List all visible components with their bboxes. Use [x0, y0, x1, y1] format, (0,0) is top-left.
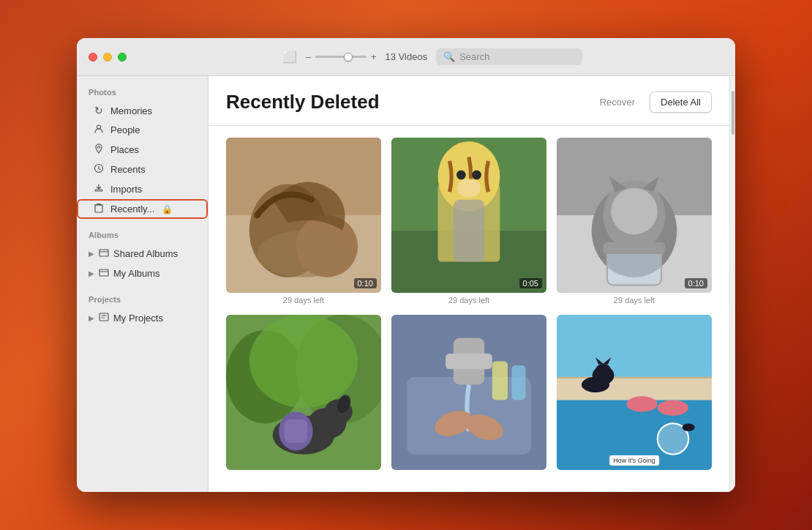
- video-count: 13 Videos: [386, 51, 428, 62]
- sidebar-item-recents[interactable]: Recents: [81, 160, 203, 179]
- list-item: [391, 315, 546, 473]
- people-label: People: [110, 124, 140, 135]
- duration-badge: 0:05: [519, 278, 542, 288]
- svg-rect-7: [99, 313, 108, 321]
- content-header: Recently Deleted Recover Delete All: [208, 76, 729, 125]
- recover-button[interactable]: Recover: [591, 92, 644, 112]
- svg-rect-39: [285, 419, 308, 443]
- list-item: [226, 315, 381, 473]
- recently-deleted-label: Recently...: [110, 204, 154, 214]
- titlebar-center: ⬜ – + 13 Videos 🔍: [141, 48, 723, 65]
- svg-point-0: [97, 125, 101, 129]
- thumbnail[interactable]: [391, 315, 546, 470]
- chevron-right-icon2: ▶: [89, 269, 94, 277]
- list-item: 0:05 29 days left: [391, 138, 546, 305]
- minimize-button[interactable]: [103, 53, 112, 61]
- svg-rect-51: [557, 377, 712, 378]
- people-icon: [93, 124, 105, 136]
- albums-section-label: Albums: [77, 231, 208, 244]
- projects-section: Projects ▶ My Projects: [77, 295, 208, 328]
- sidebar-item-imports[interactable]: Imports: [81, 179, 203, 199]
- imports-label: Imports: [110, 184, 142, 195]
- trash-icon: [93, 203, 105, 215]
- content-area: Recently Deleted Recover Delete All: [208, 76, 729, 492]
- app-window: ⬜ – + 13 Videos 🔍 Photos ↻ Memorie: [77, 38, 735, 492]
- shared-albums-label: Shared Albums: [113, 248, 178, 259]
- zoom-minus[interactable]: –: [306, 51, 311, 62]
- search-input[interactable]: [459, 51, 575, 62]
- thumbnail[interactable]: 0:10: [226, 138, 381, 293]
- places-label: Places: [110, 144, 139, 155]
- shared-albums-icon: [99, 247, 109, 260]
- close-button[interactable]: [89, 53, 97, 61]
- svg-rect-47: [511, 365, 525, 400]
- zoom-slider-thumb: [344, 53, 353, 61]
- sidebar: Photos ↻ Memories People: [77, 76, 208, 492]
- search-box[interactable]: 🔍: [436, 48, 582, 65]
- svg-point-19: [472, 171, 481, 180]
- sidebar-item-recently-deleted[interactable]: Recently... 🔒: [81, 199, 203, 219]
- svg-point-25: [611, 188, 658, 235]
- chevron-right-icon: ▶: [89, 250, 94, 258]
- svg-point-33: [249, 315, 358, 408]
- memories-icon: ↻: [93, 105, 105, 116]
- thumbnail[interactable]: How it's Going: [557, 315, 712, 470]
- svg-point-54: [595, 364, 611, 378]
- days-left-label: 29 days left: [557, 296, 712, 305]
- svg-point-12: [257, 231, 350, 277]
- slideshow-icon[interactable]: ⬜: [282, 50, 297, 64]
- caption-label: How it's Going: [609, 455, 659, 466]
- titlebar: ⬜ – + 13 Videos 🔍: [77, 38, 735, 76]
- svg-point-58: [683, 423, 695, 431]
- list-item: 0:10 29 days left: [226, 138, 381, 305]
- scrollbar-track: [730, 76, 735, 492]
- main-layout: Photos ↻ Memories People: [77, 76, 735, 492]
- search-icon: 🔍: [443, 51, 455, 62]
- photo-grid: 0:10 29 days left: [226, 138, 712, 473]
- recents-icon: [93, 163, 105, 176]
- thumbnail[interactable]: [226, 315, 381, 470]
- svg-rect-50: [557, 377, 712, 400]
- svg-point-55: [626, 396, 657, 411]
- scrollbar[interactable]: [729, 76, 735, 492]
- scrollbar-thumb[interactable]: [732, 91, 734, 135]
- traffic-lights: [89, 53, 127, 61]
- lock-icon: 🔒: [162, 204, 173, 214]
- my-projects-group[interactable]: ▶ My Projects: [81, 308, 203, 328]
- thumbnail[interactable]: 0:10: [557, 138, 712, 293]
- svg-rect-29: [604, 242, 666, 254]
- svg-rect-20: [454, 200, 484, 262]
- my-albums-icon: [99, 267, 109, 280]
- memories-label: Memories: [110, 105, 152, 116]
- imports-icon: [93, 183, 105, 195]
- svg-point-18: [456, 171, 466, 180]
- svg-point-17: [457, 179, 481, 197]
- header-actions: Recover Delete All: [591, 92, 712, 113]
- list-item: How it's Going: [557, 315, 712, 473]
- albums-section: Albums ▶ Shared Albums ▶: [77, 231, 208, 283]
- shared-albums-group[interactable]: ▶ Shared Albums: [81, 244, 203, 264]
- chevron-right-icon3: ▶: [89, 314, 94, 322]
- photo-grid-container[interactable]: 0:10 29 days left: [208, 126, 729, 492]
- svg-rect-4: [95, 205, 102, 212]
- my-albums-group[interactable]: ▶ My Albums: [81, 264, 203, 283]
- sidebar-item-places[interactable]: Places: [81, 140, 203, 160]
- thumbnail[interactable]: 0:05: [391, 138, 546, 293]
- duration-badge: 0:10: [685, 278, 707, 288]
- zoom-controls: – +: [306, 51, 377, 62]
- svg-rect-43: [446, 354, 492, 369]
- zoom-slider[interactable]: [315, 56, 366, 58]
- recents-label: Recents: [110, 164, 146, 175]
- sidebar-item-people[interactable]: People: [81, 120, 203, 140]
- svg-rect-46: [492, 362, 508, 400]
- delete-all-button[interactable]: Delete All: [650, 92, 712, 113]
- my-projects-label: My Projects: [113, 313, 163, 324]
- sidebar-item-memories[interactable]: ↻ Memories: [81, 101, 203, 120]
- days-left-label: 29 days left: [226, 296, 381, 305]
- list-item: 0:10 29 days left: [557, 138, 712, 305]
- duration-badge: 0:10: [354, 278, 377, 288]
- days-left-label: 29 days left: [391, 296, 546, 305]
- maximize-button[interactable]: [118, 53, 127, 61]
- photos-section: Photos ↻ Memories People: [77, 88, 208, 219]
- zoom-plus[interactable]: +: [371, 51, 377, 62]
